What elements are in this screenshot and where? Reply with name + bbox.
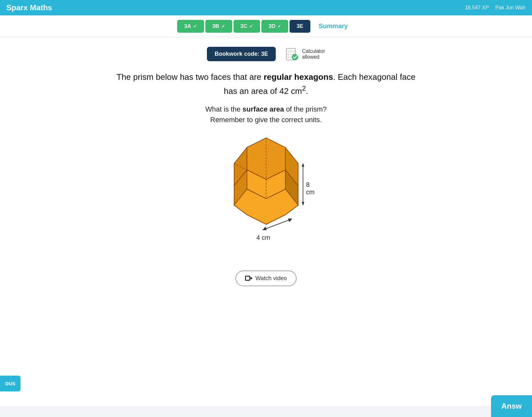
tab-3a-label: 3A — [184, 23, 191, 29]
svg-marker-27 — [288, 219, 292, 222]
tab-3e[interactable]: 3E — [290, 20, 310, 33]
question-line1-cont: . Each hexagonal face — [333, 72, 415, 82]
username-display: Pak Jun Wah — [495, 5, 526, 11]
dimension-8cm: 8 cm — [306, 181, 317, 196]
main-content: Bookwork code: 3E Calculator allowed — [0, 37, 532, 406]
sub-q-line2: Remember to give the correct units. — [210, 116, 322, 124]
svg-rect-3 — [290, 54, 292, 55]
question-section: The prism below has two faces that are r… — [26, 71, 506, 125]
sub-q-bold: surface area — [242, 105, 284, 113]
tab-3a-check: ✓ — [193, 24, 197, 29]
top-right-info: 18,547 XP Pak Jun Wah — [465, 5, 526, 11]
sub-question-text: What is the surface area of the prism? R… — [26, 104, 506, 125]
svg-rect-2 — [287, 54, 289, 55]
tab-3b-label: 3B — [212, 23, 219, 29]
tab-3c[interactable]: 3C ✓ — [233, 20, 260, 33]
svg-marker-24 — [302, 202, 304, 206]
tab-3a[interactable]: 3A ✓ — [177, 20, 204, 33]
previous-button[interactable]: ous — [0, 376, 20, 391]
question-line1: The prism below has two faces that are — [117, 72, 264, 82]
calculator-sublabel: allowed — [302, 54, 325, 60]
tab-3d-check: ✓ — [277, 24, 281, 29]
video-icon — [245, 275, 253, 281]
tab-3d-label: 3D — [268, 23, 275, 29]
watch-video-button[interactable]: Watch video — [235, 271, 296, 286]
sub-q-line1: What is the — [205, 105, 242, 113]
tab-3d[interactable]: 3D ✓ — [261, 20, 288, 33]
svg-rect-5 — [287, 56, 289, 58]
svg-marker-23 — [302, 163, 304, 167]
tab-3c-check: ✓ — [249, 24, 253, 29]
calculator-label: Calculator — [302, 48, 325, 54]
tab-3b[interactable]: 3B ✓ — [205, 20, 232, 33]
top-bar: Sparx Maths 18,547 XP Pak Jun Wah — [0, 0, 532, 15]
logo: Sparx Maths — [6, 3, 52, 12]
svg-marker-29 — [250, 277, 253, 280]
tab-summary[interactable]: Summary — [312, 19, 355, 33]
answer-label: Answ — [501, 402, 522, 410]
info-row: Bookwork code: 3E Calculator allowed — [26, 47, 506, 61]
question-main-text: The prism below has two faces that are r… — [26, 71, 506, 97]
answer-button[interactable]: Answ — [491, 395, 532, 417]
previous-label: ous — [5, 380, 15, 387]
xp-display: 18,547 XP — [465, 5, 489, 11]
calculator-badge: Calculator allowed — [285, 47, 325, 61]
calculator-text: Calculator allowed — [302, 48, 325, 60]
calculator-icon — [285, 47, 299, 61]
question-bold1: regular hexagons — [264, 72, 333, 82]
sub-q-cont: of the prism? — [284, 105, 327, 113]
tab-3e-label: 3E — [297, 23, 303, 29]
bookwork-badge: Bookwork code: 3E — [207, 47, 276, 61]
svg-rect-1 — [287, 50, 294, 53]
svg-rect-30 — [246, 277, 249, 280]
svg-point-8 — [292, 54, 298, 60]
question-line2: has an area of 42 cm2. — [224, 86, 308, 96]
svg-marker-26 — [262, 227, 267, 230]
svg-rect-6 — [290, 56, 292, 58]
diagram-area: 8 cm 4 cm — [26, 135, 506, 258]
tab-bar: 3A ✓ 3B ✓ 3C ✓ 3D ✓ 3E Summary — [0, 15, 532, 37]
tab-3b-check: ✓ — [221, 24, 225, 29]
dimension-4cm: 4 cm — [257, 234, 270, 241]
watch-video-label: Watch video — [255, 275, 287, 282]
tab-summary-label: Summary — [319, 22, 348, 30]
tab-3c-label: 3C — [241, 23, 248, 29]
